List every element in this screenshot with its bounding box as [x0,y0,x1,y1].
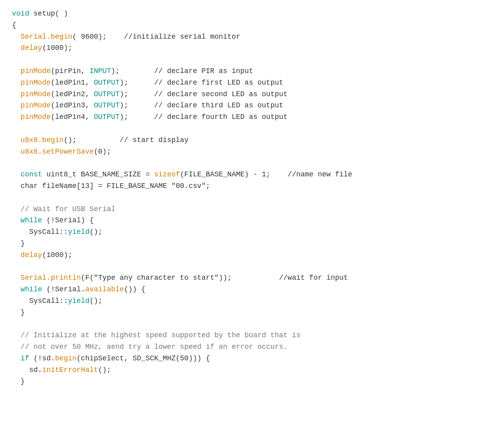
line-pinmode-led1: pinMode(ledPin1, OUTPUT); // declare fir… [12,77,492,89]
line-blank-4 [12,192,492,204]
line-comment-wait-usb: // Wait for USB Serial [12,204,492,215]
line-comment-init-2: // not over 50 MHz, aend try a lower spe… [12,341,492,353]
line-u8x8-begin: u8x8.begin(); // start display [12,134,492,146]
line-pinmode-led4: pinMode(ledPin4, OUTPUT); // declare fou… [12,111,492,123]
line-const-uint8: const uint8_t BASE_NAME_SIZE = sizeof(FI… [12,169,492,180]
line-delay-1000-2: delay(1000); [12,249,492,261]
line-serial-begin: Serial.begin( 9600); //initialize serial… [12,31,492,43]
line-syscall-yield-2: SysCall::yield(); [12,295,492,307]
line-serial-println: Serial.println(F("Type any character to … [12,272,492,284]
line-while-serial-available: while (!Serial.available()) { [12,284,492,295]
line-u8x8-setpowersave: u8x8.setPowerSave(0); [12,146,492,158]
line-delay-1000: delay(1000); [12,42,492,54]
line-close-brace-1: } [12,238,492,249]
line-blank-3 [12,157,492,169]
line-close-brace-2: } [12,307,492,318]
line-blank-1 [12,54,492,65]
line-blank-5 [12,261,492,273]
line-void-setup: void setup( ) [12,8,492,20]
line-blank-2 [12,123,492,134]
line-char-filename: char fileName[13] = FILE_BASE_NAME "00.c… [12,180,492,192]
line-pinmode-led2: pinMode(ledPin2, OUTPUT); // declare sec… [12,89,492,100]
line-while-serial: while (!Serial) { [12,215,492,226]
line-sd-initerrorhalt: sd.initErrorHalt(); [12,364,492,376]
line-if-sd-begin: if (!sd.begin(chipSelect, SD_SCK_MHZ(50)… [12,353,492,364]
line-blank-6 [12,318,492,330]
line-comment-init-1: // Initialize at the highest speed suppo… [12,330,492,341]
line-pinmode-led3: pinMode(ledPin3, OUTPUT); // declare thi… [12,100,492,111]
line-close-brace-3: } [12,376,492,388]
code-editor: void setup( ) { Serial.begin( 9600); //i… [12,8,492,387]
line-pinmode-pir: pinMode(pirPin, INPUT); // declare PIR a… [12,65,492,77]
line-open-brace: { [12,20,492,31]
line-syscall-yield-1: SysCall::yield(); [12,226,492,238]
